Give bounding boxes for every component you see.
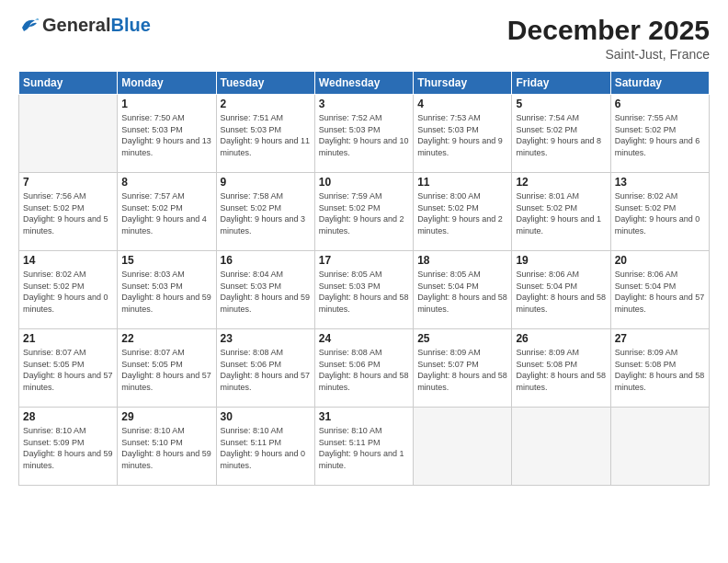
day-info: Sunrise: 8:10 AM Sunset: 5:09 PM Dayligh… bbox=[23, 425, 113, 471]
day-number: 23 bbox=[221, 332, 311, 345]
calendar-week-1: 7Sunrise: 7:56 AM Sunset: 5:02 PM Daylig… bbox=[19, 173, 710, 251]
calendar-cell: 8Sunrise: 7:57 AM Sunset: 5:02 PM Daylig… bbox=[118, 173, 216, 251]
calendar-cell: 21Sunrise: 8:07 AM Sunset: 5:05 PM Dayli… bbox=[19, 329, 118, 408]
day-number: 14 bbox=[23, 254, 113, 267]
calendar-table: Sunday Monday Tuesday Wednesday Thursday… bbox=[18, 71, 710, 486]
day-number: 27 bbox=[615, 332, 705, 345]
calendar-cell: 20Sunrise: 8:06 AM Sunset: 5:04 PM Dayli… bbox=[610, 251, 709, 329]
day-info: Sunrise: 7:54 AM Sunset: 5:02 PM Dayligh… bbox=[516, 112, 606, 158]
logo-general: General bbox=[42, 15, 110, 35]
day-number: 4 bbox=[417, 98, 507, 110]
day-number: 25 bbox=[417, 332, 507, 345]
calendar-cell bbox=[512, 408, 610, 486]
day-info: Sunrise: 8:01 AM Sunset: 5:02 PM Dayligh… bbox=[516, 190, 606, 236]
day-info: Sunrise: 8:09 AM Sunset: 5:07 PM Dayligh… bbox=[417, 347, 507, 393]
calendar-cell: 6Sunrise: 7:55 AM Sunset: 5:02 PM Daylig… bbox=[610, 95, 709, 173]
calendar-cell: 17Sunrise: 8:05 AM Sunset: 5:03 PM Dayli… bbox=[314, 251, 413, 329]
day-info: Sunrise: 8:05 AM Sunset: 5:03 PM Dayligh… bbox=[319, 269, 409, 315]
day-number: 24 bbox=[319, 332, 409, 345]
day-info: Sunrise: 7:56 AM Sunset: 5:02 PM Dayligh… bbox=[23, 190, 113, 236]
calendar-cell: 27Sunrise: 8:09 AM Sunset: 5:08 PM Dayli… bbox=[610, 329, 709, 408]
header-tuesday: Tuesday bbox=[216, 72, 314, 95]
logo-blue: Blue bbox=[110, 15, 150, 35]
day-number: 1 bbox=[121, 98, 211, 110]
day-info: Sunrise: 8:00 AM Sunset: 5:02 PM Dayligh… bbox=[417, 190, 507, 236]
calendar-cell: 13Sunrise: 8:02 AM Sunset: 5:02 PM Dayli… bbox=[610, 173, 709, 251]
calendar-cell: 3Sunrise: 7:52 AM Sunset: 5:03 PM Daylig… bbox=[314, 95, 413, 173]
calendar-cell: 29Sunrise: 8:10 AM Sunset: 5:10 PM Dayli… bbox=[118, 408, 216, 486]
calendar-cell: 1Sunrise: 7:50 AM Sunset: 5:03 PM Daylig… bbox=[118, 95, 216, 173]
day-number: 21 bbox=[23, 332, 113, 345]
calendar-cell: 16Sunrise: 8:04 AM Sunset: 5:03 PM Dayli… bbox=[216, 251, 314, 329]
day-info: Sunrise: 8:08 AM Sunset: 5:06 PM Dayligh… bbox=[221, 347, 311, 393]
month-year: December 2025 bbox=[507, 15, 710, 45]
day-info: Sunrise: 8:05 AM Sunset: 5:04 PM Dayligh… bbox=[417, 269, 507, 315]
header-wednesday: Wednesday bbox=[314, 72, 413, 95]
calendar-cell: 25Sunrise: 8:09 AM Sunset: 5:07 PM Dayli… bbox=[414, 329, 512, 408]
calendar-cell: 24Sunrise: 8:08 AM Sunset: 5:06 PM Dayli… bbox=[314, 329, 413, 408]
day-number: 8 bbox=[121, 176, 211, 189]
weekday-header-row: Sunday Monday Tuesday Wednesday Thursday… bbox=[19, 72, 710, 95]
day-info: Sunrise: 7:55 AM Sunset: 5:02 PM Dayligh… bbox=[615, 112, 705, 158]
day-info: Sunrise: 7:51 AM Sunset: 5:03 PM Dayligh… bbox=[221, 112, 311, 158]
day-info: Sunrise: 8:07 AM Sunset: 5:05 PM Dayligh… bbox=[121, 347, 211, 393]
day-info: Sunrise: 8:10 AM Sunset: 5:11 PM Dayligh… bbox=[319, 425, 409, 471]
title-block: December 2025 Saint-Just, France bbox=[507, 15, 710, 62]
calendar-cell: 30Sunrise: 8:10 AM Sunset: 5:11 PM Dayli… bbox=[216, 408, 314, 486]
day-number: 10 bbox=[319, 176, 409, 189]
day-info: Sunrise: 8:02 AM Sunset: 5:02 PM Dayligh… bbox=[23, 269, 113, 315]
bird-icon bbox=[18, 15, 39, 35]
day-info: Sunrise: 8:09 AM Sunset: 5:08 PM Dayligh… bbox=[516, 347, 606, 393]
calendar-cell bbox=[610, 408, 709, 486]
day-number: 15 bbox=[121, 254, 211, 267]
day-number: 2 bbox=[221, 98, 311, 110]
day-number: 22 bbox=[121, 332, 211, 345]
day-number: 31 bbox=[319, 410, 409, 423]
day-number: 16 bbox=[221, 254, 311, 267]
calendar-cell: 31Sunrise: 8:10 AM Sunset: 5:11 PM Dayli… bbox=[314, 408, 413, 486]
day-info: Sunrise: 7:59 AM Sunset: 5:02 PM Dayligh… bbox=[319, 190, 409, 236]
day-number: 3 bbox=[319, 98, 409, 110]
day-info: Sunrise: 7:53 AM Sunset: 5:03 PM Dayligh… bbox=[417, 112, 507, 158]
day-info: Sunrise: 8:06 AM Sunset: 5:04 PM Dayligh… bbox=[516, 269, 606, 315]
day-info: Sunrise: 7:57 AM Sunset: 5:02 PM Dayligh… bbox=[121, 190, 211, 236]
header-thursday: Thursday bbox=[414, 72, 512, 95]
day-number: 19 bbox=[516, 254, 606, 267]
calendar-cell: 18Sunrise: 8:05 AM Sunset: 5:04 PM Dayli… bbox=[414, 251, 512, 329]
day-number: 7 bbox=[23, 176, 113, 189]
day-number: 11 bbox=[417, 176, 507, 189]
day-number: 6 bbox=[615, 98, 705, 110]
day-info: Sunrise: 8:10 AM Sunset: 5:11 PM Dayligh… bbox=[221, 425, 311, 471]
day-number: 18 bbox=[417, 254, 507, 267]
calendar-cell: 5Sunrise: 7:54 AM Sunset: 5:02 PM Daylig… bbox=[512, 95, 610, 173]
calendar-week-3: 21Sunrise: 8:07 AM Sunset: 5:05 PM Dayli… bbox=[19, 329, 710, 408]
calendar-cell: 11Sunrise: 8:00 AM Sunset: 5:02 PM Dayli… bbox=[414, 173, 512, 251]
day-number: 26 bbox=[516, 332, 606, 345]
day-number: 28 bbox=[23, 410, 113, 423]
day-number: 12 bbox=[516, 176, 606, 189]
header-sunday: Sunday bbox=[19, 72, 118, 95]
day-info: Sunrise: 8:10 AM Sunset: 5:10 PM Dayligh… bbox=[121, 425, 211, 471]
calendar-cell: 26Sunrise: 8:09 AM Sunset: 5:08 PM Dayli… bbox=[512, 329, 610, 408]
day-number: 20 bbox=[615, 254, 705, 267]
day-number: 13 bbox=[615, 176, 705, 189]
day-info: Sunrise: 8:08 AM Sunset: 5:06 PM Dayligh… bbox=[319, 347, 409, 393]
calendar-cell: 2Sunrise: 7:51 AM Sunset: 5:03 PM Daylig… bbox=[216, 95, 314, 173]
calendar-cell bbox=[414, 408, 512, 486]
calendar-week-0: 1Sunrise: 7:50 AM Sunset: 5:03 PM Daylig… bbox=[19, 95, 710, 173]
day-info: Sunrise: 8:03 AM Sunset: 5:03 PM Dayligh… bbox=[121, 269, 211, 315]
day-number: 29 bbox=[121, 410, 211, 423]
header-saturday: Saturday bbox=[610, 72, 709, 95]
calendar-cell: 28Sunrise: 8:10 AM Sunset: 5:09 PM Dayli… bbox=[19, 408, 118, 486]
day-info: Sunrise: 7:58 AM Sunset: 5:02 PM Dayligh… bbox=[221, 190, 311, 236]
logo: GeneralBlue bbox=[18, 15, 151, 35]
day-number: 30 bbox=[221, 410, 311, 423]
day-number: 9 bbox=[221, 176, 311, 189]
calendar-cell: 23Sunrise: 8:08 AM Sunset: 5:06 PM Dayli… bbox=[216, 329, 314, 408]
calendar-cell: 14Sunrise: 8:02 AM Sunset: 5:02 PM Dayli… bbox=[19, 251, 118, 329]
day-info: Sunrise: 8:04 AM Sunset: 5:03 PM Dayligh… bbox=[221, 269, 311, 315]
day-info: Sunrise: 7:50 AM Sunset: 5:03 PM Dayligh… bbox=[121, 112, 211, 158]
calendar-cell: 4Sunrise: 7:53 AM Sunset: 5:03 PM Daylig… bbox=[414, 95, 512, 173]
calendar-week-2: 14Sunrise: 8:02 AM Sunset: 5:02 PM Dayli… bbox=[19, 251, 710, 329]
header-monday: Monday bbox=[118, 72, 216, 95]
